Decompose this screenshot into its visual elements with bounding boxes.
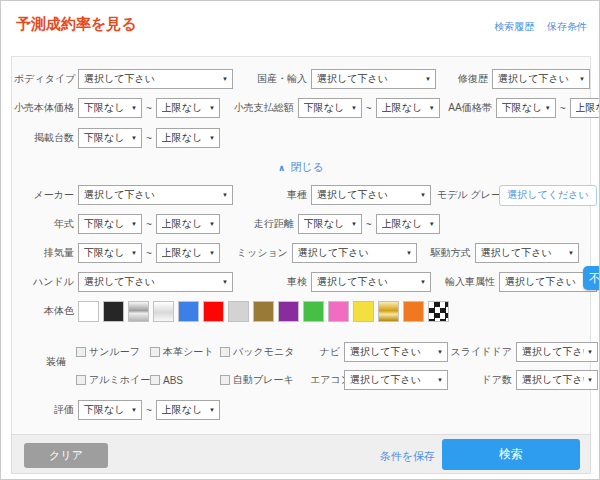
body-type-select[interactable]: 選択して下さい ▼	[78, 69, 233, 89]
slide-door-label: スライドドア	[450, 345, 512, 359]
color-swatch-blue[interactable]	[178, 301, 199, 322]
drive-type-select[interactable]: 選択して下さい ▼	[475, 243, 579, 263]
displacement-min-select[interactable]: 下限なし ▼	[78, 243, 142, 263]
select-value: 下限なし	[84, 101, 124, 115]
aircon-select[interactable]: 選択して下さい ▼	[344, 370, 448, 390]
origin-select[interactable]: 選択して下さい ▼	[311, 69, 436, 89]
chevron-down-icon: ▼	[568, 250, 574, 256]
select-value: 下限なし	[502, 101, 542, 115]
select-value: 上限なし	[382, 217, 422, 231]
displacement-max-select[interactable]: 上限なし ▼	[156, 243, 220, 263]
checkbox-icon	[150, 375, 160, 385]
select-value: 下限なし	[84, 246, 124, 260]
color-swatch-other-checkered[interactable]	[428, 301, 449, 322]
color-swatch-gold[interactable]	[378, 301, 399, 322]
rating-min-select[interactable]: 下限なし ▼	[78, 400, 142, 420]
color-swatch-gray[interactable]	[228, 301, 249, 322]
year-min-select[interactable]: 下限なし ▼	[78, 214, 142, 234]
inspection-select[interactable]: 選択して下さい ▼	[311, 272, 431, 292]
header-links: 検索履歴 保存条件	[484, 20, 587, 34]
chevron-down-icon: ▼	[429, 105, 435, 111]
checkbox-leather-seat[interactable]: 本革シート	[150, 345, 220, 359]
color-swatch-red[interactable]	[203, 301, 224, 322]
chevron-down-icon: ▼	[406, 250, 412, 256]
floating-badge-button[interactable]: 不	[583, 266, 600, 290]
chevron-down-icon: ▼	[222, 279, 228, 285]
color-swatch-silver[interactable]	[128, 301, 149, 322]
body-color-label: 本体色	[14, 304, 74, 318]
origin-label: 国産・輸入	[239, 72, 307, 86]
checkbox-auto-brake[interactable]: 自動ブレーキ	[220, 373, 310, 387]
repair-history-label: 修復歴	[442, 72, 488, 86]
color-swatch-purple[interactable]	[278, 301, 299, 322]
range-separator: ~	[146, 248, 152, 259]
chevron-down-icon: ▼	[209, 105, 215, 111]
color-swatch-black[interactable]	[103, 301, 124, 322]
mileage-max-select[interactable]: 上限なし ▼	[376, 214, 440, 234]
color-swatch-orange[interactable]	[403, 301, 424, 322]
save-conditions-link[interactable]: 条件を保存	[380, 449, 435, 464]
repair-history-select[interactable]: 選択して下さい ▼	[492, 69, 590, 89]
color-swatch-pearl[interactable]	[153, 301, 174, 322]
select-value: 上限なし	[162, 131, 202, 145]
select-value: 選択して下さい	[522, 373, 584, 387]
doors-label: ドア数	[450, 373, 512, 387]
retail-price-max-select[interactable]: 上限なし ▼	[156, 98, 220, 118]
retail-total-max-select[interactable]: 上限なし ▼	[376, 98, 440, 118]
listings-min-select[interactable]: 下限なし ▼	[78, 128, 142, 148]
aa-price-min-select[interactable]: 下限なし ▼	[496, 98, 556, 118]
listings-max-select[interactable]: 上限なし ▼	[156, 128, 220, 148]
row-prices: 小売本体価格 下限なし ▼ ~ 上限なし ▼ 小売支払総額 下限なし ▼ ~ 上…	[14, 97, 588, 119]
handle-select[interactable]: 選択して下さい ▼	[78, 272, 233, 292]
slide-door-select[interactable]: 選択して下さい ▼	[516, 342, 598, 362]
select-value: 下限なし	[304, 101, 344, 115]
color-swatch-yellow[interactable]	[353, 301, 374, 322]
collapse-toggle[interactable]: ∧閉じる	[12, 160, 590, 175]
checkbox-icon	[220, 347, 230, 357]
chevron-down-icon: ▼	[420, 279, 426, 285]
chevron-down-icon: ▼	[222, 76, 228, 82]
row-body-type: ボディタイプ 選択して下さい ▼ 国産・輸入 選択して下さい ▼ 修復歴 選択し…	[14, 68, 588, 90]
displacement-label: 排気量	[14, 246, 74, 260]
year-max-select[interactable]: 上限なし ▼	[156, 214, 220, 234]
search-button[interactable]: 検索	[442, 439, 580, 470]
select-value: 下限なし	[84, 403, 124, 417]
checkbox-sunroof[interactable]: サンルーフ	[76, 345, 150, 359]
saved-conditions-link[interactable]: 保存条件	[547, 21, 587, 32]
model-grade-button-label: 選択してください	[507, 188, 588, 202]
select-value: 選択して下さい	[317, 188, 388, 202]
search-history-link[interactable]: 検索履歴	[494, 21, 534, 32]
color-swatch-white[interactable]	[78, 301, 99, 322]
checkbox-abs[interactable]: ABS	[150, 375, 220, 386]
aa-price-max-select[interactable]: 上限なし ▼	[570, 98, 600, 118]
model-select[interactable]: 選択して下さい ▼	[311, 185, 431, 205]
mission-select[interactable]: 選択して下さい ▼	[292, 243, 417, 263]
select-value: 選択して下さい	[350, 345, 421, 359]
color-swatch-brown[interactable]	[253, 301, 274, 322]
navi-select[interactable]: 選択して下さい ▼	[344, 342, 448, 362]
range-separator: ~	[146, 405, 152, 416]
retail-total-label: 小売支払総額	[226, 101, 294, 115]
doors-select[interactable]: 選択して下さい ▼	[516, 370, 598, 390]
chevron-down-icon: ▼	[437, 349, 443, 355]
color-swatch-pink[interactable]	[328, 301, 349, 322]
checkbox-back-monitor[interactable]: バックモニタ	[220, 345, 310, 359]
retail-total-min-select[interactable]: 下限なし ▼	[298, 98, 362, 118]
chevron-down-icon: ▼	[587, 377, 593, 383]
mileage-min-select[interactable]: 下限なし ▼	[298, 214, 362, 234]
checkbox-alloy-wheels[interactable]: アルミホイール	[76, 373, 150, 387]
maker-select[interactable]: 選択して下さい ▼	[78, 185, 233, 205]
chevron-down-icon: ▼	[587, 349, 593, 355]
inspection-label: 車検	[239, 275, 307, 289]
select-value: 選択して下さい	[84, 188, 155, 202]
retail-price-min-select[interactable]: 下限なし ▼	[78, 98, 142, 118]
handle-label: ハンドル	[14, 275, 74, 289]
range-separator: ~	[146, 219, 152, 230]
select-value: 上限なし	[162, 101, 202, 115]
chevron-down-icon: ▼	[131, 221, 137, 227]
clear-button[interactable]: クリア	[24, 443, 108, 468]
model-grade-button[interactable]: 選択してください	[499, 185, 597, 206]
select-value: 上限なし	[162, 217, 202, 231]
color-swatch-green[interactable]	[303, 301, 324, 322]
rating-max-select[interactable]: 上限なし ▼	[156, 400, 220, 420]
